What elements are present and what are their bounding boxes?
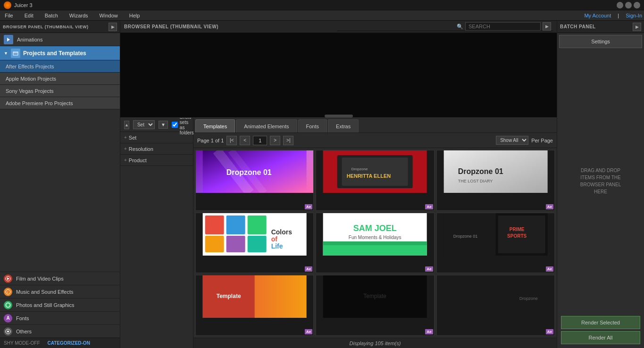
svg-rect-19	[342, 157, 408, 186]
menu-window[interactable]: Window	[97, 12, 121, 19]
show-sets-checkbox[interactable]	[172, 122, 178, 128]
fonts-label: Fonts	[16, 315, 29, 321]
animations-section[interactable]: Animations	[0, 33, 120, 46]
page-first-button[interactable]: |<	[226, 136, 237, 145]
filter-product-label: Product	[129, 157, 147, 163]
menu-wizards[interactable]: Wizards	[67, 12, 91, 19]
page-prev-button[interactable]: <	[240, 136, 250, 145]
close-button[interactable]	[634, 2, 640, 8]
tab-extras[interactable]: Extras	[328, 119, 359, 133]
render-all-button[interactable]: Render All	[561, 331, 640, 344]
batch-expand-button[interactable]: ▶	[633, 23, 641, 31]
svg-text:♪: ♪	[7, 290, 8, 294]
thumbnail-6[interactable]: Dropzone 01 PRIME SPORTS Ae	[436, 213, 555, 273]
main-layout: BROWSER PANEL (THUMBNAIL VIEW) ▶ Animati…	[0, 21, 644, 348]
page-last-button[interactable]: >|	[283, 136, 293, 145]
photos-graphics-item[interactable]: Photos and Still Graphics	[0, 298, 120, 311]
svg-rect-31	[248, 236, 267, 252]
sign-in-link[interactable]: Sign-In	[626, 13, 642, 18]
filter-up-button[interactable]: ▲	[124, 121, 129, 129]
menu-edit[interactable]: Edit	[22, 12, 36, 19]
thumb-5-badge: Ae	[425, 266, 433, 272]
tab-animated-elements[interactable]: Animated Elements	[236, 119, 297, 133]
search-area: 🔍 ▶	[337, 22, 553, 31]
pagination-bar: Page 1 of 1 |< < > >| Show All Per Page	[193, 133, 557, 148]
thumbnail-7[interactable]: Template Ae	[195, 275, 314, 336]
thumbnail-8[interactable]: Template Ae	[316, 275, 434, 336]
minimize-button[interactable]	[617, 2, 623, 8]
tab-fonts[interactable]: Fonts	[298, 119, 327, 133]
sony-vegas-projects[interactable]: Sony Vegas Projects	[0, 85, 120, 97]
film-video-item[interactable]: Film and Video Clips	[0, 272, 120, 285]
batch-panel-header: BATCH PANEL ▶	[557, 21, 644, 33]
svg-text:SPORTS: SPORTS	[507, 233, 527, 239]
film-icon	[4, 274, 12, 283]
per-page-select[interactable]: Show All	[496, 136, 528, 145]
window-controls	[617, 2, 640, 8]
filter-resolution[interactable]: + Resolution	[120, 143, 193, 155]
filter-bar: ▲ Set ▼ Show sets as folders ▶	[120, 118, 193, 132]
svg-text:Life: Life	[271, 242, 283, 250]
thumb-8-badge: Ae	[425, 329, 433, 334]
filter-mode-arrow[interactable]: ▼	[159, 121, 168, 129]
page-next-button[interactable]: >	[270, 136, 280, 145]
svg-rect-30	[226, 236, 245, 252]
thumbnail-4[interactable]: Colors of Life Ae	[195, 213, 314, 273]
tab-templates[interactable]: Templates	[195, 119, 235, 133]
filter-set-label: Set	[129, 135, 137, 141]
thumb-6-badge: Ae	[546, 266, 553, 272]
tree-panel-title: BROWSER PANEL (THUMBNAIL VIEW)	[3, 25, 109, 29]
fonts-item[interactable]: A Fonts	[0, 311, 120, 324]
thumbnail-5[interactable]: SAM JOEL Fun Moments & Holidays Ae	[316, 213, 434, 273]
photos-label: Photos and Still Graphics	[16, 302, 75, 308]
thumb-4-badge: Ae	[305, 266, 312, 272]
maximize-button[interactable]	[625, 2, 632, 8]
music-sound-item[interactable]: ♪ Music and Sound Effects	[0, 285, 120, 298]
search-expand-button[interactable]: ▶	[543, 22, 551, 31]
batch-panel-title: BATCH PANEL	[560, 24, 633, 29]
svg-rect-36	[323, 244, 427, 256]
projects-icon	[11, 49, 20, 58]
thumbnail-3[interactable]: Dropzone 01 THE LOST DIARY Ae	[436, 150, 555, 211]
search-input[interactable]	[465, 22, 541, 31]
render-selected-button[interactable]: Render Selected	[561, 316, 640, 329]
svg-point-12	[7, 331, 9, 332]
video-preview	[120, 33, 557, 117]
page-number-input[interactable]	[253, 136, 267, 145]
content-status: Displaying 105 item(s)	[193, 338, 557, 348]
show-sets-text: Show sets as folders	[180, 118, 194, 135]
batch-panel: BATCH PANEL ▶ Settings DRAG AND DROP ITE…	[557, 21, 644, 348]
svg-rect-26	[205, 215, 224, 234]
thumb-3-badge: Ae	[546, 204, 553, 209]
sony-vegas-label: Sony Vegas Projects	[6, 88, 54, 94]
filter-mode-select[interactable]: Set	[133, 120, 155, 129]
menubar: File Edit Batch Wizards Window Help My A…	[0, 10, 644, 21]
categorized-status[interactable]: CATEGORIZED-ON	[47, 340, 90, 346]
my-account-link[interactable]: My Account	[584, 13, 611, 18]
settings-button[interactable]: Settings	[559, 35, 642, 48]
thumbnail-9[interactable]: Dropzone Ae	[436, 275, 555, 336]
thumbnail-2[interactable]: HENRITTA ELLEN Dropzone Ae	[316, 150, 434, 211]
projects-arrow-icon: ▼	[4, 51, 8, 56]
tree-panel-expand[interactable]: ▶	[109, 23, 117, 31]
others-label: Others	[16, 329, 32, 334]
svg-rect-27	[226, 215, 245, 234]
after-effects-projects[interactable]: After Effects Projects	[0, 60, 120, 73]
apple-motion-projects[interactable]: Apple Motion Projects	[0, 73, 120, 85]
menu-file[interactable]: File	[2, 12, 16, 19]
filter-product[interactable]: + Product	[120, 155, 193, 166]
animations-icon	[4, 35, 13, 44]
projects-header[interactable]: ▼ Projects and Templates	[0, 46, 120, 60]
others-item[interactable]: Others	[0, 324, 120, 338]
account-bar: My Account | Sign-In	[584, 12, 642, 19]
menu-batch[interactable]: Batch	[42, 12, 61, 19]
menu-help[interactable]: Help	[126, 12, 143, 19]
divider-handle[interactable]	[325, 115, 353, 117]
animations-label: Animations	[17, 37, 42, 42]
adobe-premiere-projects[interactable]: Adobe Premiere Pro Projects	[0, 97, 120, 109]
show-sets-label: Show sets as folders	[172, 118, 194, 135]
thumbnail-1[interactable]: Dropzone 01 Ae	[195, 150, 314, 211]
music-label: Music and Sound Effects	[16, 289, 73, 295]
svg-text:Fun Moments & Holidays: Fun Moments & Holidays	[349, 235, 401, 240]
svg-rect-10	[6, 303, 10, 307]
